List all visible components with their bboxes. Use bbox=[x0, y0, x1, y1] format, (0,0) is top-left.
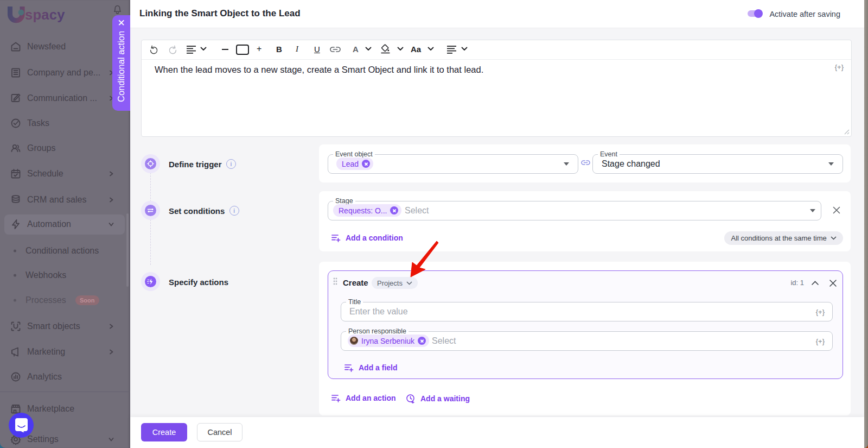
svg-text:spacy: spacy bbox=[25, 7, 65, 22]
